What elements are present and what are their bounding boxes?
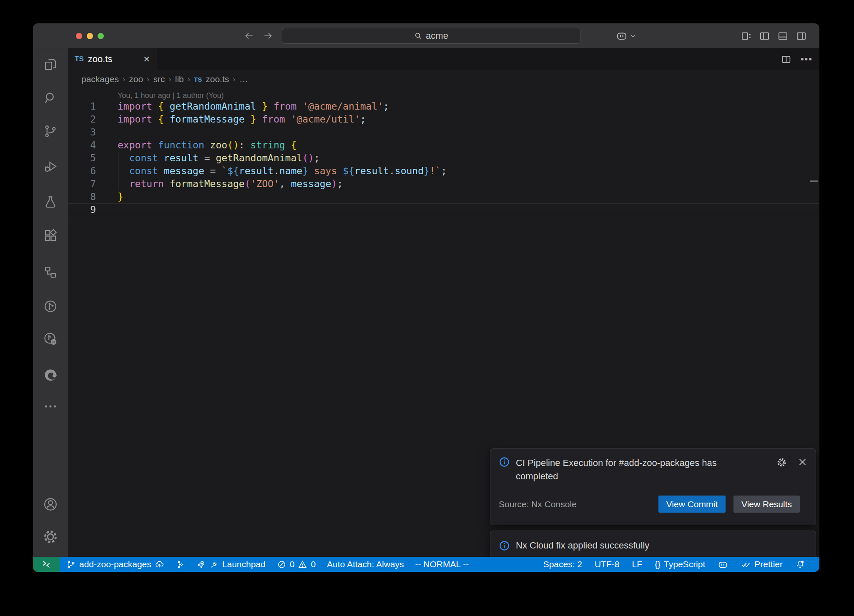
code-text: }	[96, 190, 123, 203]
braces-icon: {}	[655, 559, 661, 569]
encoding-status[interactable]: UTF-8	[595, 559, 620, 569]
search-value: acme	[426, 30, 448, 41]
navigate-forward-icon[interactable]	[263, 30, 274, 41]
notification-settings-gear-icon[interactable]	[776, 457, 787, 468]
language-mode-status[interactable]: {} TypeScript	[655, 559, 705, 569]
code-line[interactable]: 2import { formatMessage } from '@acme/ut…	[68, 113, 819, 126]
account-icon[interactable]	[42, 496, 59, 513]
typescript-file-icon: TS	[75, 55, 84, 63]
command-center-search[interactable]: acme	[282, 28, 580, 44]
close-window-button[interactable]	[76, 33, 82, 39]
cloud-upload-icon	[155, 560, 164, 569]
error-count: 0	[290, 559, 295, 569]
code-text	[96, 203, 118, 216]
remote-icon	[41, 559, 51, 569]
navigate-back-icon[interactable]	[244, 30, 254, 41]
prettier-status[interactable]: Prettier	[741, 559, 783, 570]
list-tree-status[interactable]	[176, 560, 185, 569]
close-tab-icon[interactable]: ✕	[143, 54, 150, 64]
list-tree-icon	[176, 560, 185, 569]
activity-bar	[33, 48, 68, 557]
line-number: 3	[68, 126, 96, 139]
breadcrumb-item[interactable]: lib	[175, 74, 184, 84]
copilot-menu[interactable]	[616, 23, 636, 48]
code-line[interactable]: 1import { getRandomAnimal } from '@acme/…	[68, 100, 819, 113]
breadcrumb-item[interactable]: zoo	[129, 74, 143, 84]
notification-nx-cloud-fix: Nx Cloud fix applied successfully	[490, 531, 816, 561]
code-text: const message = `${result.name} says ${r…	[96, 165, 447, 178]
indent-guide	[118, 152, 118, 190]
testing-icon[interactable]	[42, 194, 59, 210]
notification-ci-pipeline: CI Pipeline Execution for #add-zoo-packa…	[490, 448, 816, 525]
more-views-icon[interactable]	[42, 398, 59, 415]
project-graph-icon[interactable]	[42, 264, 59, 280]
code-text: return formatMessage('ZOO', message);	[96, 178, 343, 190]
chevron-right-icon: ›	[147, 75, 149, 84]
line-number: 6	[68, 165, 96, 178]
tab-label: zoo.ts	[88, 54, 113, 65]
breadcrumb-file[interactable]: zoo.ts	[206, 74, 229, 84]
git-blame-annotation: You, 1 hour ago | 1 author (You)	[68, 88, 819, 100]
toggle-primary-sidebar-icon[interactable]	[759, 30, 770, 42]
settings-gear-icon[interactable]	[42, 528, 59, 545]
line-number: 7	[68, 178, 96, 190]
search-sidebar-icon[interactable]	[42, 90, 59, 106]
nx-console-icon[interactable]	[42, 298, 59, 315]
branch-name: add-zoo-packages	[79, 559, 151, 569]
extensions-icon[interactable]	[42, 227, 59, 244]
chevron-right-icon: ›	[123, 75, 125, 84]
bell-icon	[795, 559, 805, 569]
chevron-right-icon: ›	[168, 75, 171, 84]
code-line[interactable]: 7 return formatMessage('ZOO', message);	[68, 178, 819, 190]
toggle-panel-icon[interactable]	[777, 30, 789, 42]
code-line[interactable]: 4export function zoo(): string {	[68, 139, 819, 152]
problems-status[interactable]: 0 0	[277, 559, 316, 569]
git-branch-status[interactable]: add-zoo-packages	[66, 559, 164, 569]
tab-zoo-ts[interactable]: TS zoo.ts ✕	[68, 48, 157, 70]
vim-mode-status[interactable]: -- NORMAL --	[415, 559, 469, 569]
line-number: 9	[68, 203, 96, 216]
breadcrumbs[interactable]: packages › zoo › src › lib › TS zoo.ts ›…	[68, 70, 819, 88]
copilot-status[interactable]	[718, 559, 728, 570]
view-commit-button[interactable]: View Commit	[658, 496, 726, 513]
code-line[interactable]: 5 const result = getRandomAnimal();	[68, 152, 819, 165]
breadcrumb-item[interactable]: packages	[81, 74, 119, 84]
warning-count: 0	[311, 559, 316, 569]
run-debug-icon[interactable]	[42, 158, 59, 175]
code-line[interactable]: 6 const message = `${result.name} says $…	[68, 165, 819, 178]
chevron-right-icon: ›	[233, 75, 235, 84]
view-results-button[interactable]: View Results	[733, 496, 800, 513]
code-text	[96, 126, 118, 139]
source-control-icon[interactable]	[42, 123, 59, 140]
notification-close-icon[interactable]	[798, 457, 807, 467]
minimize-window-button[interactable]	[87, 33, 93, 39]
edge-browser-icon[interactable]	[42, 367, 59, 383]
rocket-icon	[196, 560, 206, 569]
remote-indicator[interactable]	[33, 557, 60, 572]
auto-attach-status[interactable]: Auto Attach: Always	[327, 559, 404, 569]
breadcrumb-more[interactable]: …	[239, 74, 248, 84]
notification-message: CI Pipeline Execution for #add-zoo-packa…	[516, 456, 758, 483]
vscode-window: acme	[33, 23, 819, 572]
zoom-window-button[interactable]	[98, 33, 104, 39]
indentation-status[interactable]: Spaces: 2	[543, 559, 582, 569]
split-editor-icon[interactable]	[781, 54, 791, 65]
info-icon	[499, 540, 510, 551]
code-line[interactable]: 9	[68, 203, 819, 216]
copilot-icon	[718, 559, 728, 570]
eol-status[interactable]: LF	[632, 559, 643, 569]
search-icon	[414, 32, 422, 40]
explorer-icon[interactable]	[42, 56, 59, 73]
line-number: 4	[68, 139, 96, 152]
toggle-secondary-sidebar-icon[interactable]	[796, 30, 807, 42]
code-line[interactable]: 3	[68, 126, 819, 139]
customize-layout-icon[interactable]	[741, 30, 752, 42]
notifications-bell[interactable]	[795, 559, 805, 569]
code-line[interactable]: 8}	[68, 190, 819, 203]
errors-icon	[277, 560, 286, 569]
breadcrumb-item[interactable]: src	[153, 74, 165, 84]
editor-more-actions-icon[interactable]: •••	[801, 54, 813, 65]
nx-cloud-icon[interactable]	[42, 331, 59, 347]
launchpad-status[interactable]: Launchpad	[196, 559, 266, 569]
info-icon	[499, 456, 510, 483]
